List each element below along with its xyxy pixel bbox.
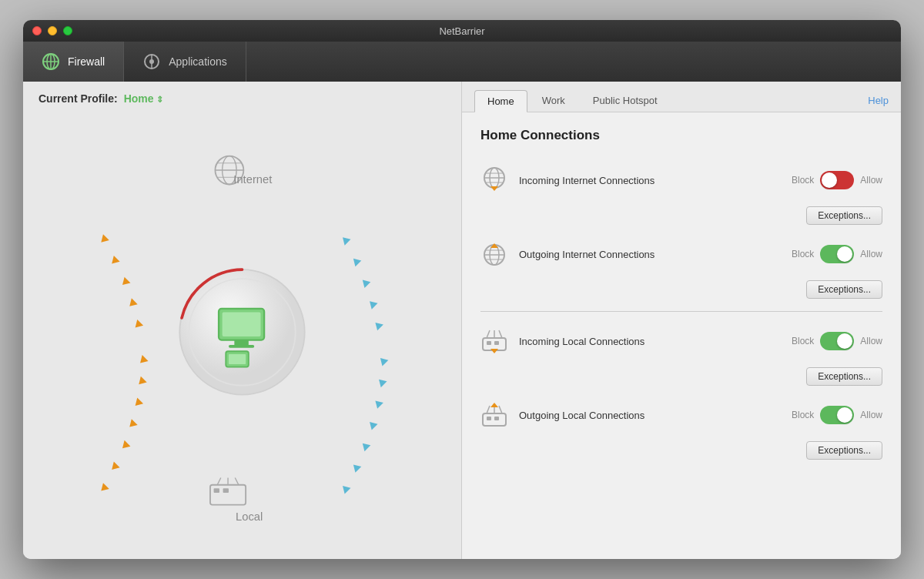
window-title: NetBarrier xyxy=(439,25,484,37)
profile-value[interactable]: Home xyxy=(124,92,163,105)
local-label: Local xyxy=(236,510,263,523)
svg-rect-46 xyxy=(234,340,248,345)
outgoing-internet-name: Outgoing Internet Connections xyxy=(519,249,781,260)
incoming-internet-exceptions-btn[interactable]: Exceptions... xyxy=(806,206,882,225)
help-link[interactable]: Help xyxy=(868,95,889,106)
svg-marker-10 xyxy=(126,419,137,430)
diagram-svg: Internet Local xyxy=(23,115,461,556)
profile-label: Current Profile: xyxy=(38,92,118,105)
outgoing-local-name: Outgoing Local Connections xyxy=(519,410,781,421)
right-panel: Home Work Public Hotspot Help Home Conne… xyxy=(462,82,901,559)
incoming-internet-row: Incoming Internet Connections Block Allo… xyxy=(480,157,882,203)
minimize-button[interactable] xyxy=(48,26,57,35)
svg-marker-27 xyxy=(350,256,361,266)
incoming-local-row: Incoming Local Connections Block Allow xyxy=(480,318,882,364)
outgoing-internet-toggle[interactable] xyxy=(820,245,854,263)
svg-rect-36 xyxy=(210,485,246,505)
svg-marker-17 xyxy=(126,298,137,309)
svg-line-39 xyxy=(217,478,221,485)
main-content: Current Profile: Home xyxy=(23,82,901,559)
outgoing-internet-exceptions-btn[interactable]: Exceptions... xyxy=(806,280,882,299)
incoming-local-toggle-wrapper: Block Allow xyxy=(792,332,882,350)
tabbar: Firewall Applications xyxy=(23,42,901,82)
incoming-local-name: Incoming Local Connections xyxy=(519,336,781,347)
firewall-icon xyxy=(42,52,60,71)
tab-public-hotspot[interactable]: Public Hotspot xyxy=(580,89,671,112)
svg-marker-24 xyxy=(376,377,387,387)
incoming-internet-allow: Allow xyxy=(860,175,882,186)
outgoing-local-icon xyxy=(480,401,508,429)
svg-rect-63 xyxy=(487,341,491,345)
outgoing-internet-allow: Allow xyxy=(860,249,882,259)
maximize-button[interactable] xyxy=(63,26,72,35)
incoming-internet-name: Incoming Internet Connections xyxy=(519,175,781,186)
incoming-local-exceptions-row: Exceptions... xyxy=(480,364,882,392)
traffic-lights xyxy=(32,26,72,35)
svg-marker-11 xyxy=(132,397,143,408)
svg-marker-13 xyxy=(137,355,148,366)
incoming-internet-toggle-wrapper: Block Allow xyxy=(792,171,882,189)
svg-marker-14 xyxy=(98,234,109,245)
svg-line-72 xyxy=(487,406,490,413)
outgoing-local-toggle-wrapper: Block Allow xyxy=(792,406,882,424)
svg-rect-64 xyxy=(494,341,499,345)
incoming-internet-icon xyxy=(480,166,508,194)
tab-work[interactable]: Work xyxy=(529,89,578,112)
outgoing-local-toggle[interactable] xyxy=(820,406,854,424)
outgoing-local-row: Outgoing Local Connections Block Allow xyxy=(480,392,882,438)
tab-firewall[interactable]: Firewall xyxy=(23,42,124,82)
tab-applications-label: Applications xyxy=(169,55,227,68)
right-tabs: Home Work Public Hotspot Help xyxy=(462,82,901,112)
incoming-local-exceptions-btn[interactable]: Exceptions... xyxy=(806,367,882,386)
profile-bar: Current Profile: Home xyxy=(23,82,461,115)
internet-label: Internet xyxy=(233,173,272,186)
svg-marker-20 xyxy=(350,462,361,473)
svg-rect-38 xyxy=(223,488,229,493)
svg-rect-70 xyxy=(487,417,491,420)
svg-marker-7 xyxy=(98,483,109,494)
left-panel: Current Profile: Home xyxy=(23,82,462,559)
svg-rect-49 xyxy=(229,354,246,364)
section-title: Home Connections xyxy=(480,128,882,143)
incoming-local-icon xyxy=(480,327,508,355)
svg-line-41 xyxy=(235,478,239,485)
svg-marker-16 xyxy=(119,277,130,288)
outgoing-internet-block: Block xyxy=(792,249,814,259)
svg-marker-9 xyxy=(119,440,130,451)
svg-line-74 xyxy=(499,406,502,413)
incoming-local-allow: Allow xyxy=(860,336,882,346)
svg-marker-12 xyxy=(136,377,146,387)
svg-marker-23 xyxy=(373,397,383,408)
svg-rect-47 xyxy=(229,345,254,348)
outgoing-local-exceptions-row: Exceptions... xyxy=(480,438,882,466)
svg-rect-71 xyxy=(494,417,499,420)
svg-marker-15 xyxy=(109,256,119,266)
applications-icon xyxy=(142,52,161,71)
toggle-knob xyxy=(822,172,837,188)
incoming-local-block: Block xyxy=(792,336,814,346)
tab-firewall-label: Firewall xyxy=(68,55,105,68)
svg-marker-55 xyxy=(490,186,498,191)
toggle-knob xyxy=(837,407,852,423)
tab-home[interactable]: Home xyxy=(474,90,527,112)
outgoing-local-exceptions-btn[interactable]: Exceptions... xyxy=(806,441,882,460)
close-button[interactable] xyxy=(32,26,42,35)
svg-line-65 xyxy=(487,330,490,338)
svg-marker-22 xyxy=(367,419,377,430)
outgoing-internet-exceptions-row: Exceptions... xyxy=(480,277,882,305)
svg-marker-28 xyxy=(360,277,370,288)
incoming-internet-block: Block xyxy=(792,175,814,186)
toggle-knob xyxy=(837,333,852,349)
svg-marker-30 xyxy=(373,320,383,330)
titlebar: NetBarrier xyxy=(23,20,901,42)
toggle-knob xyxy=(837,246,852,262)
outgoing-internet-row: Outgoing Internet Connections Block Allo… xyxy=(480,231,882,277)
divider xyxy=(480,311,882,312)
svg-marker-8 xyxy=(109,462,119,473)
orange-arrows-left xyxy=(98,234,148,494)
outgoing-local-block: Block xyxy=(792,410,814,420)
incoming-local-toggle[interactable] xyxy=(820,332,854,350)
incoming-internet-toggle[interactable] xyxy=(820,171,854,189)
svg-marker-18 xyxy=(132,320,143,330)
tab-applications[interactable]: Applications xyxy=(124,42,246,82)
